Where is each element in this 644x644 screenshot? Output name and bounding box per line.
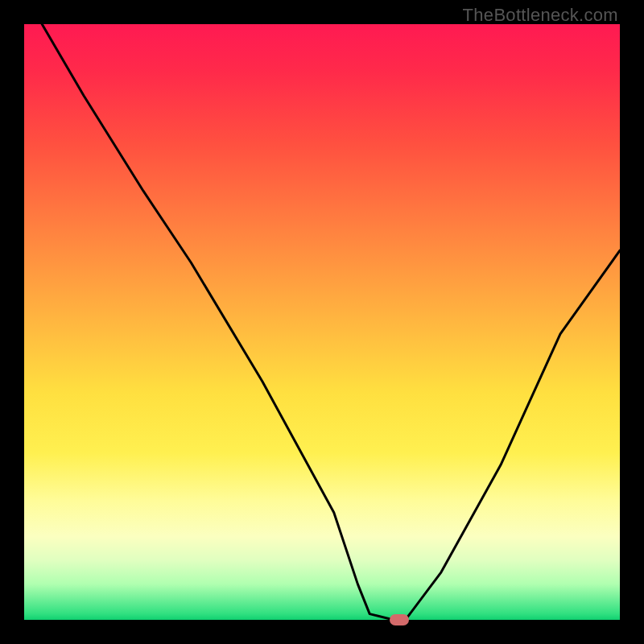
- optimum-marker: [390, 614, 409, 625]
- plot-area: [24, 24, 620, 620]
- curve-svg: [24, 24, 620, 620]
- attribution-text: TheBottleneck.com: [463, 5, 618, 26]
- chart-frame: TheBottleneck.com: [0, 0, 644, 644]
- bottleneck-curve: [42, 24, 620, 620]
